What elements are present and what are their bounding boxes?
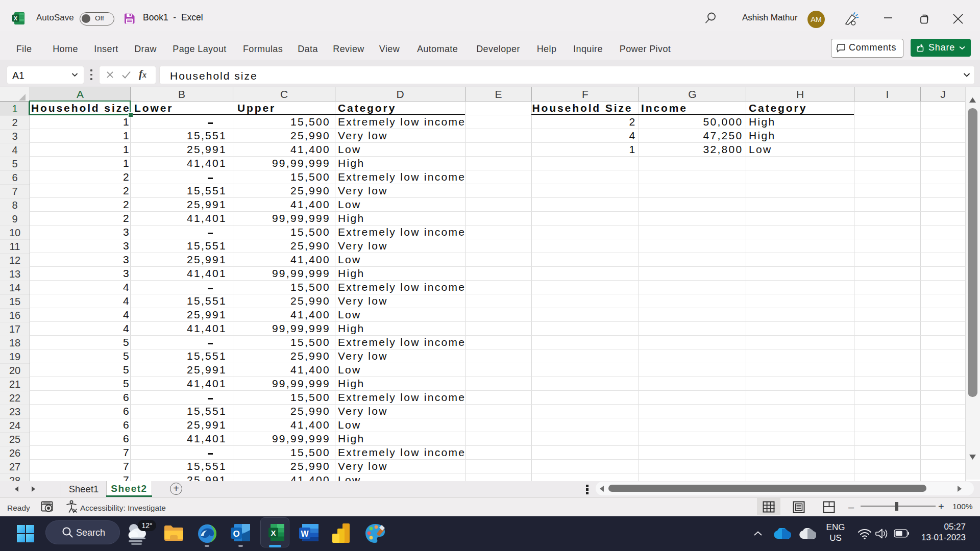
svg-text:X: X [271, 529, 276, 537]
svg-text:X: X [14, 15, 18, 21]
svg-text:O: O [233, 529, 239, 539]
svg-text:W: W [301, 530, 309, 538]
